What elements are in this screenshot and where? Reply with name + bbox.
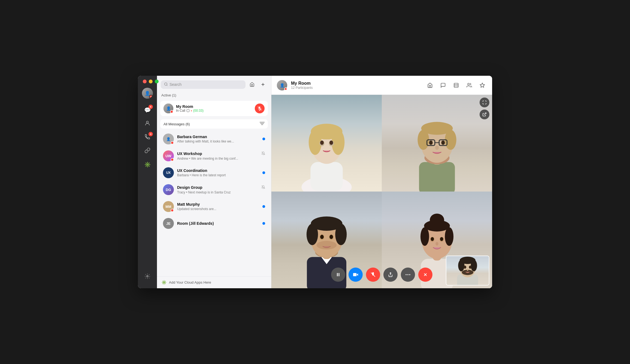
list-item[interactable]: JE Room (Jill Edwards) — [159, 215, 269, 232]
avatar[interactable]: 👤 ✏ — [142, 88, 153, 99]
svg-point-15 — [468, 83, 470, 85]
video-cell-2 — [382, 95, 492, 192]
svg-rect-3 — [187, 110, 189, 112]
mic-mute-button[interactable] — [366, 268, 380, 282]
popout-button[interactable] — [480, 110, 489, 119]
msg-content: Matt Murphy Updated screenshots are... — [177, 202, 259, 211]
pause-button[interactable] — [331, 268, 345, 282]
list-item[interactable]: MM Matt Murphy Updated screenshots are..… — [159, 198, 269, 215]
add-cloud-button[interactable]: ✳️ Add Your Cloud Apps Here — [157, 276, 271, 288]
svg-point-72 — [471, 260, 477, 271]
mute-call-button[interactable] — [255, 104, 265, 113]
call-info: My Room In Call ● (00:33) — [176, 104, 252, 113]
maximize-button[interactable] — [155, 80, 159, 83]
add-cloud-label: Add Your Cloud Apps Here — [169, 280, 211, 284]
filter-icon[interactable] — [260, 122, 265, 126]
msg-name: Room (Jill Edwards) — [177, 221, 214, 226]
left-panel: Active (1) 👤 My Room In Call ● (00:33) — [157, 76, 271, 288]
more-options-button[interactable] — [401, 268, 415, 282]
svg-point-49 — [335, 224, 347, 245]
sidebar-item-calls[interactable]: 4 — [141, 131, 153, 143]
call-controls — [331, 268, 432, 282]
list-item[interactable]: UW UX Workshop Andre — [159, 148, 269, 164]
msg-avatar: 👤 — [163, 134, 174, 144]
active-call-item[interactable]: 👤 My Room In Call ● (00:33) — [160, 101, 268, 116]
svg-rect-19 — [310, 162, 343, 191]
msg-preview: Barbara • Here is the latest report — [177, 173, 259, 177]
unread-indicator — [262, 171, 265, 174]
files-action-button[interactable] — [452, 81, 461, 90]
sidebar: 👤 ✏ 💬 6 4 — [138, 76, 157, 288]
svg-point-1 — [147, 275, 148, 277]
integrations-icon: ✳️ — [144, 161, 151, 168]
expand-buttons — [480, 98, 489, 119]
msg-content: Design Group Tracy • Next meetup is in S… — [177, 185, 265, 194]
minimize-button[interactable] — [149, 80, 153, 83]
msg-name: Matt Murphy — [177, 202, 200, 207]
sidebar-item-contacts[interactable] — [141, 118, 153, 130]
right-panel: 👤 My Room 12 Participants — [271, 76, 492, 288]
svg-point-64 — [431, 237, 434, 241]
unread-indicator — [262, 205, 265, 208]
search-input-wrap[interactable] — [161, 80, 246, 89]
sidebar-item-settings[interactable] — [141, 271, 153, 283]
call-avatar: 👤 — [163, 104, 173, 113]
msg-avatar: MM — [163, 201, 174, 212]
svg-marker-79 — [356, 274, 358, 276]
video-button[interactable] — [349, 268, 363, 282]
list-item[interactable]: DG Design Group Tracy • Next me — [159, 181, 269, 198]
list-item[interactable]: 👤 Barbara German After talking with Matt… — [159, 131, 269, 147]
messages-filter[interactable]: All Messages (6) — [160, 119, 268, 129]
svg-rect-29 — [419, 162, 455, 192]
svg-point-39 — [429, 141, 433, 145]
sidebar-item-chat[interactable]: 💬 6 — [141, 104, 153, 116]
links-icon — [144, 147, 150, 155]
svg-point-84 — [407, 274, 408, 275]
add-button[interactable] — [259, 80, 267, 89]
svg-point-2 — [165, 83, 167, 85]
message-list: 👤 Barbara German After talking with Matt… — [157, 130, 271, 276]
contacts-icon — [144, 120, 150, 128]
msg-name: UX Workshop — [177, 151, 202, 156]
video-grid — [271, 95, 492, 288]
msg-content: UX Coordination Barbara • Here is the la… — [177, 168, 259, 177]
search-icon — [164, 82, 168, 87]
svg-point-27 — [320, 141, 324, 145]
msg-avatar: JE — [163, 218, 174, 229]
close-button[interactable] — [143, 80, 147, 83]
room-icon-button[interactable] — [248, 80, 256, 89]
search-bar — [157, 76, 271, 92]
svg-point-85 — [409, 274, 410, 275]
svg-point-66 — [435, 242, 438, 245]
chat-action-button[interactable] — [439, 81, 447, 90]
svg-rect-78 — [339, 273, 340, 276]
svg-point-0 — [146, 121, 148, 123]
self-view — [446, 256, 489, 286]
svg-point-71 — [458, 260, 464, 271]
end-call-button[interactable] — [418, 268, 432, 282]
star-action-button[interactable] — [478, 81, 487, 90]
msg-content: Barbara German After talking with Matt, … — [177, 135, 259, 143]
room-action-button[interactable] — [426, 81, 434, 90]
sidebar-item-integrations[interactable]: ✳️ — [141, 159, 153, 171]
svg-point-76 — [467, 269, 468, 271]
search-input[interactable] — [169, 82, 242, 87]
svg-point-59 — [430, 214, 444, 226]
msg-avatar: UW — [163, 150, 174, 161]
share-button[interactable] — [383, 268, 398, 282]
sidebar-item-links[interactable] — [141, 145, 153, 157]
svg-line-17 — [484, 113, 486, 115]
call-room-name: My Room — [176, 104, 252, 109]
svg-point-61 — [445, 227, 453, 246]
svg-point-28 — [329, 141, 333, 145]
msg-preview: Tracy • Next meetup is in Santa Cruz — [177, 190, 265, 194]
people-action-button[interactable] — [465, 81, 474, 90]
svg-point-41 — [435, 145, 439, 150]
msg-avatar: DG — [163, 184, 174, 195]
svg-point-65 — [440, 237, 443, 241]
svg-point-52 — [320, 235, 324, 239]
svg-point-48 — [307, 224, 318, 245]
bell-muted-icon — [261, 185, 265, 190]
fullscreen-button[interactable] — [480, 98, 489, 107]
list-item[interactable]: UX UX Coordination Barbara • Here is the… — [159, 165, 269, 181]
